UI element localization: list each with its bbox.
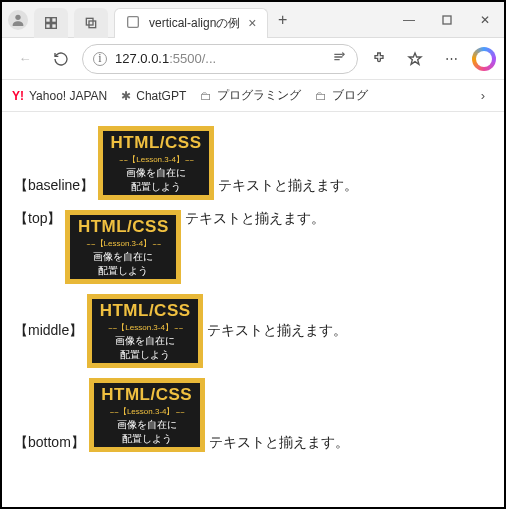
bookmarks-overflow-icon[interactable]: ›	[472, 88, 494, 103]
new-tab-button[interactable]: +	[268, 11, 298, 29]
svg-rect-7	[128, 16, 139, 27]
label-baseline: 【baseline】	[14, 177, 94, 193]
extensions-icon[interactable]	[364, 44, 394, 74]
profile-avatar[interactable]	[8, 10, 28, 30]
text-top: テキストと揃えます。	[185, 210, 325, 226]
svg-rect-1	[46, 17, 51, 22]
menu-icon[interactable]: ⋯	[436, 44, 466, 74]
address-bar: ← i 127.0.0.1:5500/... ⋯	[2, 38, 504, 80]
tab-overview-icon[interactable]	[74, 8, 108, 38]
bookmark-yahoo[interactable]: Y!Yahoo! JAPAN	[12, 89, 107, 103]
label-middle: 【middle】	[14, 322, 83, 338]
text-baseline: テキストと揃えます。	[218, 177, 358, 193]
maximize-button[interactable]	[428, 2, 466, 38]
row-bottom: 【bottom】 HTML/CSS 【Lesson.3-4】 画像を自在に 配置…	[14, 378, 492, 452]
back-button[interactable]: ←	[10, 44, 40, 74]
workspaces-icon[interactable]	[34, 8, 68, 38]
title-bar: vertical-alignの例 × + ― ✕	[2, 2, 504, 38]
svg-point-0	[15, 14, 20, 19]
row-baseline: 【baseline】 HTML/CSS 【Lesson.3-4】 画像を自在に …	[14, 126, 492, 200]
refresh-button[interactable]	[46, 44, 76, 74]
row-top: 【top】 HTML/CSS 【Lesson.3-4】 画像を自在に 配置しよう…	[14, 210, 492, 284]
badge-image: HTML/CSS 【Lesson.3-4】 画像を自在に 配置しよう	[65, 210, 181, 284]
svg-rect-8	[443, 16, 451, 24]
favorites-icon[interactable]	[400, 44, 430, 74]
tab-close-icon[interactable]: ×	[248, 15, 256, 31]
bookmark-programming[interactable]: 🗀プログラミング	[200, 87, 301, 104]
svg-rect-2	[52, 17, 57, 22]
label-bottom: 【bottom】	[14, 434, 85, 450]
url-text: 127.0.0.1:5500/...	[115, 51, 216, 66]
badge-image: HTML/CSS 【Lesson.3-4】 画像を自在に 配置しよう	[98, 126, 214, 200]
site-info-icon[interactable]: i	[93, 52, 107, 66]
read-aloud-icon[interactable]	[331, 49, 347, 68]
copilot-icon[interactable]	[472, 47, 496, 71]
svg-rect-3	[46, 23, 51, 28]
active-tab[interactable]: vertical-alignの例 ×	[114, 8, 268, 38]
text-bottom: テキストと揃えます。	[209, 434, 349, 450]
svg-rect-5	[86, 18, 93, 25]
window-controls: ― ✕	[390, 2, 504, 38]
page-content: 【baseline】 HTML/CSS 【Lesson.3-4】 画像を自在に …	[2, 112, 504, 476]
row-middle: 【middle】 HTML/CSS 【Lesson.3-4】 画像を自在に 配置…	[14, 294, 492, 368]
badge-image: HTML/CSS 【Lesson.3-4】 画像を自在に 配置しよう	[89, 378, 205, 452]
svg-rect-4	[52, 23, 57, 28]
tab-title: vertical-alignの例	[149, 15, 240, 32]
text-middle: テキストと揃えます。	[207, 322, 347, 338]
close-button[interactable]: ✕	[466, 2, 504, 38]
minimize-button[interactable]: ―	[390, 2, 428, 38]
bookmark-blog[interactable]: 🗀ブログ	[315, 87, 368, 104]
url-input[interactable]: i 127.0.0.1:5500/...	[82, 44, 358, 74]
tab-favicon	[125, 14, 141, 33]
bookmarks-bar: Y!Yahoo! JAPAN ✱ChatGPT 🗀プログラミング 🗀ブログ ›	[2, 80, 504, 112]
bookmark-chatgpt[interactable]: ✱ChatGPT	[121, 89, 186, 103]
badge-image: HTML/CSS 【Lesson.3-4】 画像を自在に 配置しよう	[87, 294, 203, 368]
label-top: 【top】	[14, 210, 61, 226]
